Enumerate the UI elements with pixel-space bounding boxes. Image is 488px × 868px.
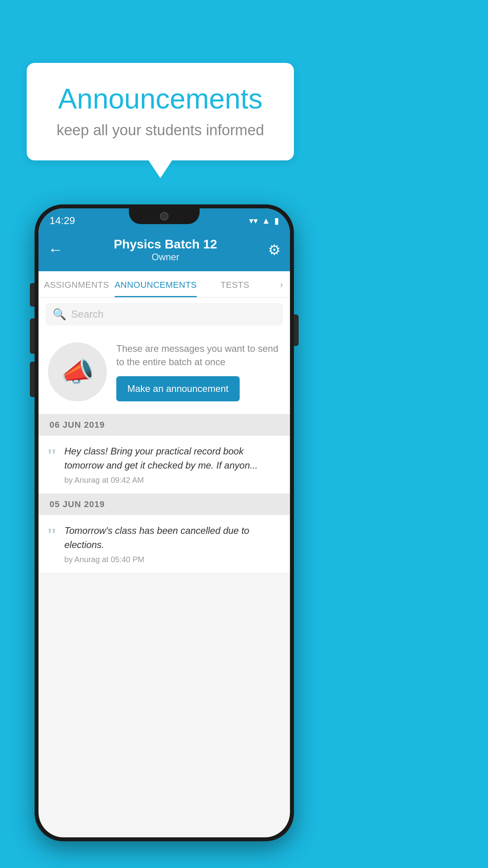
back-button[interactable]: ←	[48, 241, 63, 258]
speech-bubble: Announcements keep all your students inf…	[27, 63, 294, 160]
megaphone-icon-circle: 📣	[48, 342, 107, 401]
power-button	[294, 314, 299, 346]
quote-icon-1: "	[46, 446, 57, 465]
announcement-meta-1: by Anurag at 09:42 AM	[64, 476, 281, 485]
announcement-content-2: Tomorrow's class has been cancelled due …	[64, 524, 281, 564]
search-icon: 🔍	[53, 308, 66, 321]
tab-announcements[interactable]: ANNOUNCEMENTS	[115, 271, 197, 297]
tab-tests[interactable]: TESTS	[197, 271, 273, 297]
speech-bubble-container: Announcements keep all your students inf…	[27, 63, 294, 160]
announcement-text-2: Tomorrow's class has been cancelled due …	[64, 524, 281, 552]
batch-title: Physics Batch 12	[114, 237, 217, 252]
date-separator-1: 06 JUN 2019	[39, 414, 290, 436]
volume-silent-button	[30, 283, 35, 307]
announcement-item-1[interactable]: " Hey class! Bring your practical record…	[39, 436, 290, 494]
announcement-text-1: Hey class! Bring your practical record b…	[64, 444, 281, 473]
volume-down-button	[30, 362, 35, 397]
bubble-title: Announcements	[50, 83, 270, 115]
tab-more-icon[interactable]: ›	[273, 271, 290, 297]
phone-notch	[129, 208, 200, 224]
status-time: 14:29	[50, 215, 75, 227]
bubble-subtitle: keep all your students informed	[50, 122, 270, 139]
make-announcement-button[interactable]: Make an announcement	[116, 376, 240, 401]
settings-icon[interactable]: ⚙	[268, 242, 281, 258]
front-camera	[160, 212, 169, 221]
announcement-content-1: Hey class! Bring your practical record b…	[64, 444, 281, 485]
volume-up-button	[30, 318, 35, 354]
header-title-group: Physics Batch 12 Owner	[114, 237, 217, 263]
wifi-icon: ▾▾	[249, 216, 258, 226]
announcement-item-2[interactable]: " Tomorrow's class has been cancelled du…	[39, 515, 290, 573]
owner-subtitle: Owner	[114, 252, 217, 263]
search-input[interactable]: Search	[71, 308, 103, 320]
announce-right-panel: These are messages you want to send to t…	[116, 342, 281, 401]
signal-icon: ▲	[262, 216, 270, 226]
battery-icon: ▮	[274, 216, 279, 226]
phone-frame: 14:29 ▾▾ ▲ ▮ ← Physics Batch 12 Owner ⚙ …	[35, 204, 294, 841]
megaphone-icon: 📣	[61, 356, 94, 388]
phone-screen: 14:29 ▾▾ ▲ ▮ ← Physics Batch 12 Owner ⚙ …	[39, 208, 290, 837]
app-header: ← Physics Batch 12 Owner ⚙	[39, 230, 290, 271]
announce-description: These are messages you want to send to t…	[116, 342, 281, 368]
tab-assignments[interactable]: ASSIGNMENTS	[39, 271, 115, 297]
announcement-prompt: 📣 These are messages you want to send to…	[39, 331, 290, 414]
quote-icon-2: "	[46, 525, 57, 545]
announcement-meta-2: by Anurag at 05:40 PM	[64, 555, 281, 564]
search-container: 🔍 Search	[39, 298, 290, 331]
status-icons: ▾▾ ▲ ▮	[249, 216, 279, 226]
date-separator-2: 05 JUN 2019	[39, 494, 290, 515]
tabs-bar: ASSIGNMENTS ANNOUNCEMENTS TESTS ›	[39, 271, 290, 298]
search-bar[interactable]: 🔍 Search	[46, 303, 283, 326]
